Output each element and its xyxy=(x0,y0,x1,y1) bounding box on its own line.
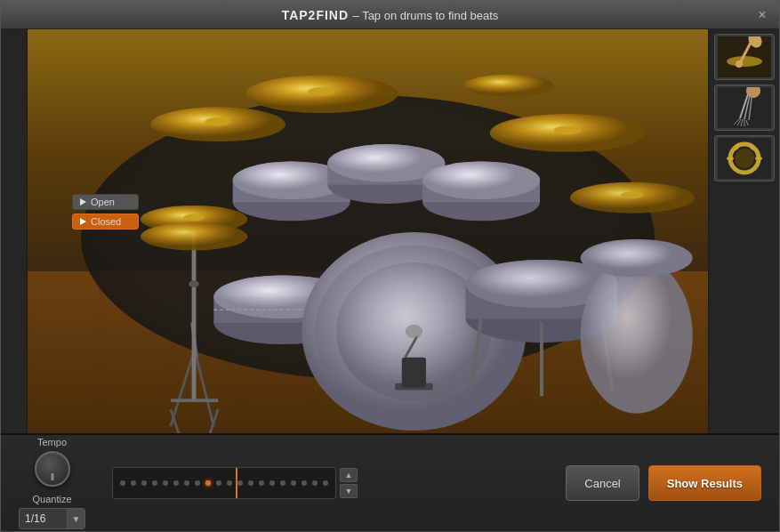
svg-line-6 xyxy=(209,409,218,433)
timeline-dot xyxy=(195,480,200,486)
brushes-thumb-icon xyxy=(715,85,774,130)
quantize-dropdown-arrow-icon: ▼ xyxy=(67,509,84,528)
tempo-knob[interactable] xyxy=(35,451,70,487)
timeline-dot xyxy=(259,480,264,486)
tempo-label: Tempo xyxy=(37,437,67,447)
timeline-area: ▲ ▼ xyxy=(112,467,530,499)
timeline-dot xyxy=(163,480,168,486)
instrument-thumb-brushes[interactable] xyxy=(714,85,775,131)
hihat-controls: Open Closed xyxy=(72,194,139,230)
quantize-value: 1/16 xyxy=(20,512,67,525)
svg-point-54 xyxy=(727,56,762,67)
timeline-dots xyxy=(113,480,335,486)
timeline-dot xyxy=(237,480,243,486)
timeline-dot xyxy=(216,480,221,486)
drum-mat xyxy=(81,95,655,380)
bottom-panel: Tempo Quantize 1/16 ▼ ▲ ▼ xyxy=(1,433,779,531)
svg-line-5 xyxy=(171,409,180,433)
svg-line-0 xyxy=(171,358,192,427)
timeline-dot xyxy=(227,480,232,486)
show-results-button[interactable]: Show Results xyxy=(648,465,761,501)
timeline-up-button[interactable]: ▲ xyxy=(340,468,358,482)
timeline-dot xyxy=(184,480,189,486)
svg-point-19 xyxy=(464,74,554,96)
instrument-thumb-drums[interactable] xyxy=(714,34,775,80)
svg-line-1 xyxy=(197,358,213,427)
cancel-button[interactable]: Cancel xyxy=(566,465,639,501)
close-button[interactable]: × xyxy=(754,7,770,23)
left-panel xyxy=(1,29,28,433)
main-content: Open Closed xyxy=(1,29,779,433)
svg-point-70 xyxy=(735,149,754,168)
hihat-open-button[interactable]: Open xyxy=(72,194,139,210)
timeline-dot xyxy=(248,480,253,486)
timeline-dot xyxy=(131,480,136,486)
svg-point-71 xyxy=(727,157,734,160)
timeline-down-button[interactable]: ▼ xyxy=(340,484,358,498)
timeline-wrapper: ▲ ▼ xyxy=(112,467,530,499)
instrument-thumb-tambourine[interactable] xyxy=(714,135,775,181)
hihat-open-arrow-icon xyxy=(80,198,86,206)
tambourine-thumb-icon xyxy=(715,136,774,181)
svg-point-14 xyxy=(308,87,335,96)
drum-thumb-icon xyxy=(715,35,774,79)
timeline-track[interactable] xyxy=(112,467,336,499)
svg-line-45 xyxy=(602,318,613,391)
svg-point-72 xyxy=(755,157,762,160)
timeline-dot xyxy=(205,480,211,486)
timeline-dot xyxy=(141,480,147,486)
timeline-dot xyxy=(291,480,296,486)
hihat-closed-arrow-icon xyxy=(80,218,86,225)
drum-area[interactable]: Open Closed xyxy=(28,29,708,433)
timeline-dot xyxy=(152,480,157,486)
action-buttons: Cancel Show Results xyxy=(566,465,761,501)
quantize-label: Quantize xyxy=(32,494,71,504)
timeline-dot xyxy=(323,480,328,486)
title-bar: TAP2FIND – Tap on drums to find beats × xyxy=(1,1,779,29)
title-tap2find: TAP2FIND xyxy=(282,8,349,22)
timeline-dot xyxy=(269,480,275,486)
hihat-closed-label: Closed xyxy=(91,216,121,227)
hihat-closed-button[interactable]: Closed xyxy=(72,214,139,230)
timeline-controls: ▲ ▼ xyxy=(340,468,358,498)
dialog: TAP2FIND – Tap on drums to find beats × xyxy=(0,0,780,532)
title-text: TAP2FIND – Tap on drums to find beats xyxy=(282,7,499,23)
timeline-dot xyxy=(173,480,179,486)
svg-point-56 xyxy=(736,60,743,68)
quantize-select[interactable]: 1/16 ▼ xyxy=(19,508,85,529)
timeline-dot xyxy=(302,480,307,486)
svg-rect-49 xyxy=(395,383,433,391)
title-subtitle: – Tap on drums to find beats xyxy=(353,9,499,22)
hihat-open-label: Open xyxy=(91,197,115,207)
tempo-section: Tempo Quantize 1/16 ▼ xyxy=(19,437,85,529)
timeline-dot xyxy=(280,480,285,486)
timeline-cursor xyxy=(236,468,237,498)
timeline-dot xyxy=(312,480,318,486)
timeline-dot xyxy=(120,480,125,486)
right-panel xyxy=(708,29,779,433)
